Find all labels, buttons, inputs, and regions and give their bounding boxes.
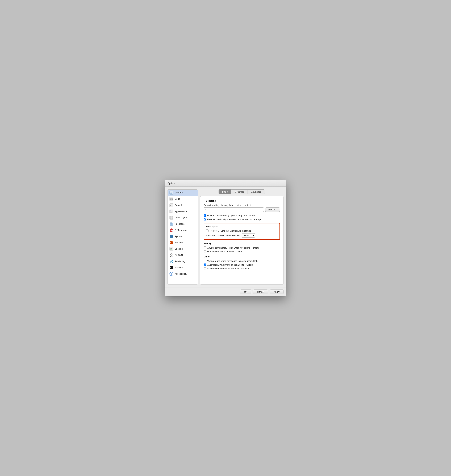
title-bar: Options [165,180,286,187]
workspace-box: Workspace Restore .RData into workspace … [204,223,280,240]
pane-icon [169,216,173,220]
svg-rect-18 [171,218,173,219]
sidebar-label-packages: Packages [175,223,185,225]
sweave-icon: Rnw [169,241,173,245]
restore-source-row: Restore previously open source documents… [204,218,280,221]
restore-source-checkbox[interactable] [204,218,206,221]
python-icon [169,235,173,238]
sidebar-label-gitsvn: Git/SVN [175,254,183,256]
svg-point-11 [172,210,172,211]
restore-source-label: Restore previously open source documents… [207,218,261,221]
save-history-checkbox[interactable] [204,247,206,249]
ok-button[interactable]: OK [240,290,251,294]
crash-reports-row: Send automated crash reports to RStudio [204,267,280,270]
sidebar-item-spelling[interactable]: ABC Spelling [168,246,198,252]
svg-text:>: > [170,204,171,206]
restore-project-checkbox[interactable] [204,214,206,217]
dialog-title: Options [168,182,175,185]
browse-button[interactable]: Browse... [265,207,280,212]
svg-rect-13 [170,212,172,213]
dir-row: Browse... [204,207,280,212]
svg-point-25 [172,237,172,237]
terminal-icon: $ [169,266,173,270]
save-workspace-row: Save workspace to .RData on exit: Never … [206,233,277,238]
sidebar-item-packages[interactable]: Packages [168,221,198,227]
svg-text:Rnw: Rnw [170,242,173,244]
sidebar: R General { } Code [168,189,198,284]
svg-point-24 [171,235,171,236]
sidebar-item-code[interactable]: { } Code [168,196,198,202]
tab-graphics[interactable]: Graphics [231,189,248,194]
dialog-footer: OK Cancel Apply [165,287,286,296]
accessibility-icon [169,272,173,276]
notify-updates-row: Automatically notify me of updates to RS… [204,264,280,266]
svg-text:ABC: ABC [169,248,173,250]
packages-icon [169,222,173,226]
save-history-row: Always save history (even when not savin… [204,247,280,249]
dir-input[interactable] [204,207,264,212]
sidebar-item-sweave[interactable]: Rnw Sweave [168,240,198,246]
save-workspace-label: Save workspace to .RData on exit: [206,234,241,237]
svg-text:R: R [170,192,172,194]
wrap-tabs-label: Wrap around when navigating to previous/… [207,260,258,262]
sidebar-label-accessibility: Accessibility [175,272,187,275]
history-title: History [204,242,280,245]
r-icon: R [169,191,173,195]
cancel-button[interactable]: Cancel [253,290,268,294]
main-content: Basic Graphics Advanced R Sessions Defau… [200,189,283,284]
notify-updates-label: Automatically notify me of updates to RS… [207,264,253,266]
sidebar-label-spelling: Spelling [175,247,183,250]
tab-bar: Basic Graphics Advanced [200,189,283,194]
dialog-body: R General { } Code [165,187,286,287]
sidebar-label-pane-layout: Pane Layout [175,216,187,219]
sidebar-item-accessibility[interactable]: Accessibility [168,271,198,277]
svg-text:Rmd: Rmd [169,229,173,231]
svg-line-46 [171,275,172,275]
wrap-tabs-row: Wrap around when navigating to previous/… [204,260,280,262]
rmarkdown-icon: Rmd [169,228,173,232]
svg-line-34 [171,255,171,256]
sidebar-item-general[interactable]: R General [168,190,198,196]
other-title: Other [204,255,280,258]
svg-rect-17 [170,218,171,219]
svg-point-31 [170,254,171,255]
svg-text:$: $ [170,267,171,269]
sidebar-label-console: Console [175,204,183,206]
save-workspace-select[interactable]: Never Always Ask [242,233,255,238]
options-dialog: Options R General { } [165,180,286,296]
sidebar-label-rmarkdown: R Markdown [175,229,187,231]
sidebar-label-sweave: Sweave [175,241,183,244]
sidebar-item-appearance[interactable]: Appearance [168,208,198,215]
sidebar-label-code: Code [175,198,180,200]
restore-rdata-checkbox[interactable] [206,229,208,232]
wrap-tabs-checkbox[interactable] [204,260,206,262]
svg-rect-12 [170,212,173,212]
restore-project-label: Restore most recently opened project at … [207,214,255,217]
sidebar-item-python[interactable]: Python [168,233,198,240]
sidebar-label-python: Python [175,235,182,238]
gitsvn-icon [169,253,173,257]
crash-reports-checkbox[interactable] [204,267,206,270]
remove-duplicates-checkbox[interactable] [204,250,206,253]
svg-line-35 [171,255,172,256]
restore-rdata-label: Restore .RData into workspace at startup [210,229,251,232]
publishing-icon [169,260,173,263]
sidebar-item-rmarkdown[interactable]: Rmd R Markdown [168,227,198,233]
sidebar-item-console[interactable]: > Console [168,202,198,208]
appearance-icon [169,210,173,213]
svg-rect-15 [170,216,171,217]
apply-button[interactable]: Apply [270,290,283,294]
restore-project-row: Restore most recently opened project at … [204,214,280,217]
notify-updates-checkbox[interactable] [204,264,206,266]
workspace-title: Workspace [206,225,277,228]
sidebar-item-pane-layout[interactable]: Pane Layout [168,215,198,221]
code-icon: { } [169,197,173,201]
svg-point-38 [171,261,172,262]
sidebar-item-terminal[interactable]: $ Terminal [168,265,198,271]
sidebar-item-publishing[interactable]: Publishing [168,258,198,265]
remove-duplicates-label: Remove duplicate entries in history [207,250,242,253]
restore-rdata-row: Restore .RData into workspace at startup [206,229,277,232]
sidebar-item-gitsvn[interactable]: Git/SVN [168,252,198,258]
tab-advanced[interactable]: Advanced [248,189,265,194]
tab-basic[interactable]: Basic [219,189,232,194]
